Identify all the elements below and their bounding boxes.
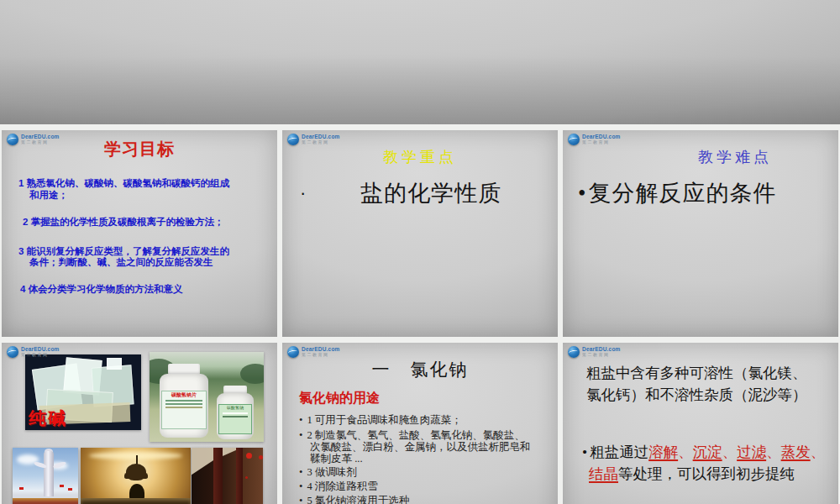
nacl-bullet: •1 可用于食品调味和腌鱼肉蔬菜； xyxy=(299,413,462,428)
watermark-site: 第二教育网 xyxy=(582,140,621,144)
focus-content: 盐的化学性质 xyxy=(360,178,501,208)
nacl-bullet: •5 氯化钠溶液用于选种 xyxy=(299,494,409,504)
label-line xyxy=(223,416,248,417)
slide-title-nacl: 一 氯化钠 xyxy=(282,358,558,381)
watermark-site: 第二教育网 xyxy=(302,140,340,144)
bottle-label-text: 碳酸氢钠片 xyxy=(162,391,206,398)
bullet-text: 2 制造氯气、氢气、盐酸、氢氧化钠、氯酸盐、 xyxy=(307,429,524,441)
slide-row-2: DearEDU.com 第二教育网 纯碱 碳酸氢钠片 xyxy=(2,343,838,504)
bullet-marker: • xyxy=(299,414,302,426)
purify-steps-line: •粗盐通过溶解、沉淀、过滤、蒸发、 xyxy=(582,442,825,462)
crystal-shape xyxy=(107,358,123,370)
monument-photo xyxy=(13,448,78,504)
separator: 、 xyxy=(766,444,781,460)
step-settle: 沉淀 xyxy=(693,444,722,460)
goal-item-line: 2 掌握盐的化学性质及碳酸根离子的检验方法； xyxy=(23,216,224,228)
slide-row-1: DearEDU.com 第二教育网 学习目标 1 熟悉氯化钠、碳酸钠、碳酸氢钠和… xyxy=(2,130,838,337)
slide-thumbnail-teaching-difficulty[interactable]: DearEDU.com 第二教育网 教学难点 •复分解反应的条件 xyxy=(563,130,838,337)
red-flag xyxy=(60,485,64,487)
goal-item-line: 条件；判断酸、碱、盐之间的反应能否发生 xyxy=(29,256,213,269)
difficulty-text: 复分解反应的条件 xyxy=(588,181,776,206)
red-column xyxy=(213,448,223,504)
slide-thumbnail-soda-ash-photos[interactable]: DearEDU.com 第二教育网 纯碱 碳酸氢钠片 xyxy=(2,343,277,504)
bottle-label-text: 碳酸氢钠 xyxy=(219,405,251,411)
bullet-text: 5 氯化钠溶液用于选种 xyxy=(307,495,409,504)
dearedu-logo-icon xyxy=(568,134,580,145)
step-crystallize: 结晶 xyxy=(589,465,618,482)
goal-item-line: 和用途； xyxy=(29,189,68,202)
bullet-marker: • xyxy=(299,495,302,504)
purify-prefix: 粗盐通过 xyxy=(590,444,648,460)
slide-thumbnail-teaching-focus[interactable]: DearEDU.com 第二教育网 教学重点 · 盐的化学性质 xyxy=(282,130,558,337)
palace-roof xyxy=(13,498,78,504)
nacl-bullet-cont: 鞣制皮革 ... xyxy=(310,452,363,466)
top-slide-partial[interactable] xyxy=(0,0,840,124)
goal-item-line: 1 熟悉氯化钠、碳酸钠、碳酸氢钠和碳酸钙的组成 xyxy=(18,177,229,190)
step-dissolve: 溶解 xyxy=(648,444,678,460)
purify-steps-line: 结晶等处理，可以得到初步提纯 xyxy=(589,464,795,484)
dearedu-watermark: DearEDU.com 第二教育网 xyxy=(7,134,60,145)
goal-item-line: 4 体会分类学习化学物质的方法和意义 xyxy=(20,283,183,296)
label-line xyxy=(165,400,202,402)
dearedu-logo-icon xyxy=(7,134,18,145)
photo-caption: 纯碱 xyxy=(29,407,67,430)
bullet-marker: • xyxy=(299,480,302,492)
tree-shape xyxy=(240,364,264,384)
nacl-bullet: •4 消除道路积雪 xyxy=(299,480,378,494)
bottle-large: 碳酸氢钠片 xyxy=(160,364,208,438)
watermark-site: 第二教育网 xyxy=(582,353,621,357)
bullet-text: 4 消除道路积雪 xyxy=(307,480,377,492)
separator: 、 xyxy=(722,444,738,460)
bullet-marker: • xyxy=(582,444,587,460)
slide-thumbnail-sodium-chloride[interactable]: DearEDU.com 第二教育网 一 氯化钠 氯化钠的用途 •1 可用于食品调… xyxy=(282,343,558,504)
slide-thumbnail-learning-goals[interactable]: DearEDU.com 第二教育网 学习目标 1 熟悉氯化钠、碳酸钠、碳酸氢钠和… xyxy=(2,130,277,337)
label-line xyxy=(165,407,202,408)
separator: 、 xyxy=(811,444,826,460)
red-flag xyxy=(19,487,24,490)
bullet-text: 1 可用于食品调味和腌鱼肉蔬菜； xyxy=(307,414,461,426)
bullet-marker: • xyxy=(299,466,302,478)
slide-title-focus: 教学重点 xyxy=(282,147,558,167)
dearedu-watermark: DearEDU.com 第二教育网 xyxy=(287,134,340,145)
step-filter: 过滤 xyxy=(737,444,766,460)
dearedu-logo-icon xyxy=(287,134,299,145)
watermark-site: 第二教育网 xyxy=(302,353,340,357)
bottle-small: 碳酸氢钠 xyxy=(217,386,254,439)
soda-ash-crystal-photo: 纯碱 xyxy=(25,354,141,430)
marble-pillar xyxy=(44,451,54,496)
bullet-marker: · xyxy=(300,182,306,204)
bullet-marker: • xyxy=(299,429,302,441)
step-evaporate: 蒸发 xyxy=(781,444,811,460)
separator: 、 xyxy=(678,444,693,460)
crude-salt-text-line: 氯化钙）和不溶性杂质（泥沙等） xyxy=(586,385,807,405)
red-lantern xyxy=(246,453,252,459)
bottle-label: 碳酸氢钠片 xyxy=(161,391,207,429)
label-line xyxy=(165,403,202,405)
lobby-photo xyxy=(81,448,191,504)
difficulty-content: •复分解反应的条件 xyxy=(578,178,776,208)
bullet-text: 3 做调味剂 xyxy=(307,466,356,478)
slide-thumbnail-crude-salt[interactable]: DearEDU.com 第二教育网 粗盐中含有多种可溶性（氯化镁、 氯化钙）和不… xyxy=(563,343,838,504)
dearedu-watermark: DearEDU.com 第二教育网 xyxy=(7,346,60,358)
bottles-photo: 碳酸氢钠片 碳酸氢钠 xyxy=(150,352,264,442)
red-column xyxy=(236,448,244,504)
nacl-bullet: •3 做调味剂 xyxy=(299,465,357,480)
dearedu-logo-icon xyxy=(7,346,18,358)
chandelier xyxy=(123,455,149,484)
label-line xyxy=(223,412,248,414)
bullet-marker: • xyxy=(578,181,586,206)
watermark-site: 第二教育网 xyxy=(21,140,60,144)
crude-salt-text-line: 粗盐中含有多种可溶性（氯化镁、 xyxy=(586,363,807,383)
dearedu-watermark: DearEDU.com 第二教育网 xyxy=(287,346,340,358)
lobby-counter xyxy=(81,498,191,504)
corridor-photo xyxy=(192,448,263,504)
dearedu-logo-icon xyxy=(568,346,580,358)
dearedu-watermark: DearEDU.com 第二教育网 xyxy=(568,346,621,358)
nacl-uses-heading: 氯化钠的用途 xyxy=(299,390,380,407)
slide-title-difficulty: 教学难点 xyxy=(698,147,772,167)
chandelier-body xyxy=(126,464,146,480)
purify-suffix: 等处理，可以得到初步提纯 xyxy=(618,465,795,482)
bottle-label: 碳酸氢钠 xyxy=(218,404,252,434)
dearedu-logo-icon xyxy=(287,346,299,358)
watermark-site: 第二教育网 xyxy=(21,353,60,357)
